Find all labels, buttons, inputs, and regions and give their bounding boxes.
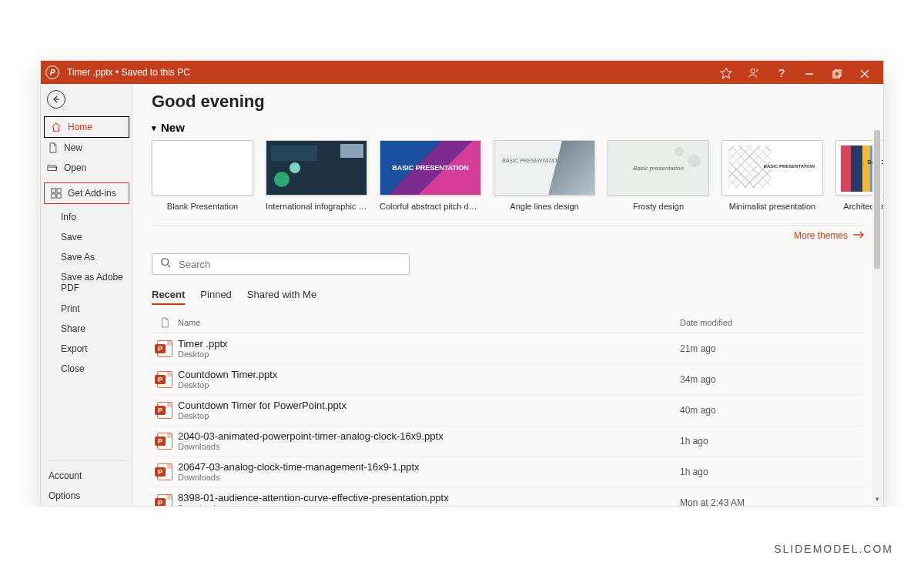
search-box[interactable] [152, 253, 410, 275]
ppt-file-icon [152, 463, 178, 480]
minimize-icon[interactable] [795, 66, 823, 79]
sidebar-item-get-addins[interactable]: Get Add-ins [45, 183, 129, 203]
recent-file-row[interactable]: Countdown Timer.pptxDesktop34m ago [152, 364, 865, 395]
scrollbar-down-icon[interactable]: ▾ [872, 493, 882, 504]
sidebar-item-save[interactable]: Save [41, 227, 132, 247]
sidebar-label: Open [64, 162, 86, 173]
template-blank[interactable]: Blank Presentation [152, 140, 253, 211]
file-name: Timer .pptx [178, 338, 680, 350]
document-title: Timer .pptx • Saved to this PC [67, 67, 190, 78]
file-name: 2040-03-animated-powerpoint-timer-analog… [178, 430, 680, 442]
svg-rect-3 [833, 72, 839, 78]
file-modified: 21m ago [680, 343, 865, 354]
svg-line-13 [168, 265, 171, 268]
ppt-file-icon [152, 371, 178, 388]
file-location: Downloads [178, 442, 680, 451]
account-icon[interactable] [740, 65, 768, 79]
backstage-sidebar: Home New Open Get [41, 84, 133, 506]
new-file-icon [47, 142, 58, 153]
sidebar-label: New [64, 142, 82, 153]
template-label: Blank Presentation [152, 202, 253, 211]
sidebar-item-save-as[interactable]: Save As [41, 247, 132, 267]
template-label: Minimalist presentation [721, 202, 823, 211]
tab-recent[interactable]: Recent [152, 289, 185, 305]
search-input[interactable] [179, 259, 401, 270]
svg-rect-2 [835, 70, 841, 76]
file-modified: 34m ago [680, 374, 865, 385]
template-angle-lines[interactable]: BASIC PRESENTATION Angle lines design [494, 140, 595, 211]
scrollbar-vertical[interactable]: ▾ [872, 130, 882, 504]
template-international-infographic[interactable]: International infographic re... [266, 140, 367, 211]
sidebar-item-options[interactable]: Options [47, 486, 126, 506]
recent-file-row[interactable]: Timer .pptxDesktop21m ago [152, 333, 865, 364]
save-status: Saved to this PC [121, 67, 189, 78]
file-modified: Mon at 2:43 AM [680, 497, 865, 507]
title-bar: P Timer .pptx • Saved to this PC ? [41, 61, 883, 84]
file-location: Desktop [178, 411, 680, 420]
recent-file-row[interactable]: 8398-01-audience-attention-curve-effecti… [152, 487, 865, 506]
file-name: 8398-01-audience-attention-curve-effecti… [178, 492, 680, 503]
sidebar-item-export[interactable]: Export [41, 339, 132, 359]
template-thumbnail [266, 140, 367, 196]
file-location: Downloads [178, 503, 680, 506]
template-thumbnail [152, 140, 253, 196]
recent-file-row[interactable]: Countdown Timer for PowerPoint.pptxDeskt… [152, 395, 865, 426]
more-themes-link[interactable]: More themes [152, 230, 865, 241]
file-modified: 1h ago [680, 467, 865, 477]
section-divider [152, 225, 865, 226]
file-name: Countdown Timer for PowerPoint.pptx [178, 400, 680, 411]
template-colorful-abstract[interactable]: BASIC PRESENTATION Colorful abstract pit… [380, 140, 481, 211]
search-icon [160, 257, 171, 271]
sidebar-item-save-adobe[interactable]: Save as Adobe PDF [41, 267, 132, 299]
svg-point-0 [751, 69, 755, 73]
svg-rect-8 [57, 189, 61, 192]
new-section-header[interactable]: ▾ New [152, 121, 865, 134]
folder-open-icon [47, 163, 58, 172]
file-modified: 40m ago [680, 405, 865, 416]
greeting: Good evening [152, 92, 865, 112]
powerpoint-window: P Timer .pptx • Saved to this PC ? [40, 60, 884, 507]
template-label: Angle lines design [494, 202, 595, 211]
sidebar-item-account[interactable]: Account [47, 466, 126, 486]
premium-icon[interactable] [712, 65, 740, 79]
sidebar-item-share[interactable]: Share [41, 319, 132, 339]
ppt-file-icon [152, 402, 178, 419]
sidebar-item-open[interactable]: Open [41, 158, 132, 178]
sidebar-label: Get Add-ins [68, 188, 116, 199]
svg-rect-7 [52, 189, 55, 192]
addins-icon [51, 188, 62, 199]
file-modified: 1h ago [680, 436, 865, 447]
recent-file-list: Timer .pptxDesktop21m agoCountdown Timer… [152, 333, 865, 506]
arrow-right-icon [852, 230, 865, 241]
scrollbar-thumb[interactable] [874, 130, 880, 269]
template-thumbnail: BASIC PRESENTATION [380, 140, 481, 196]
home-icon [51, 122, 62, 132]
template-frosty[interactable]: Basic presentation Frosty design [608, 140, 709, 211]
recent-file-row[interactable]: 20647-03-analog-clock-time-management-16… [152, 457, 865, 487]
svg-rect-9 [52, 194, 55, 198]
close-icon[interactable] [851, 66, 879, 79]
template-minimalist[interactable]: BASIC PRESENTATION Minimalist presentati… [721, 140, 823, 211]
file-list-header: Name Date modified [152, 313, 865, 333]
ppt-file-icon [152, 494, 178, 507]
svg-rect-10 [57, 194, 61, 198]
template-label: Colorful abstract pitch deck [380, 202, 481, 211]
sidebar-item-print[interactable]: Print [41, 299, 132, 319]
new-label: New [161, 121, 185, 134]
restore-icon[interactable] [823, 66, 851, 79]
sidebar-label: Home [68, 122, 92, 132]
recent-file-row[interactable]: 2040-03-animated-powerpoint-timer-analog… [152, 426, 865, 457]
column-date-modified[interactable]: Date modified [680, 318, 865, 327]
file-location: Downloads [178, 473, 680, 482]
sidebar-item-new[interactable]: New [41, 138, 132, 158]
column-name[interactable]: Name [178, 318, 680, 327]
sidebar-item-info[interactable]: Info [41, 207, 132, 227]
sidebar-item-home[interactable]: Home [45, 117, 129, 137]
chevron-down-icon: ▾ [152, 123, 156, 133]
back-button[interactable] [47, 90, 65, 109]
help-icon[interactable]: ? [768, 66, 795, 79]
tab-shared[interactable]: Shared with Me [247, 289, 316, 305]
tab-pinned[interactable]: Pinned [200, 289, 231, 305]
sidebar-item-close[interactable]: Close [41, 359, 132, 379]
file-location: Desktop [178, 380, 680, 390]
